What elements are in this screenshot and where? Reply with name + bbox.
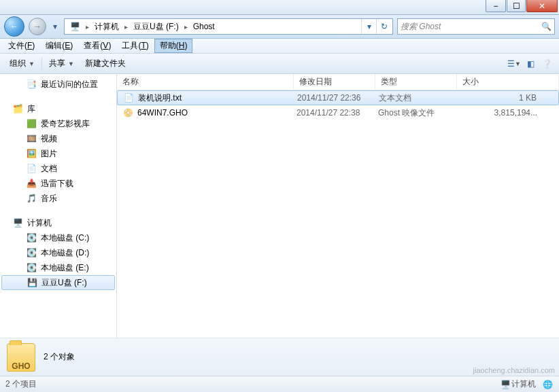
share-button[interactable]: 共享 ▼ [44,55,80,72]
chevron-icon[interactable]: ▸ [84,23,91,31]
close-icon: ✕ [539,1,545,11]
sidebar-drive[interactable]: 💽本地磁盘 (E:) [0,260,116,275]
network-icon: 🌐 [541,379,554,390]
download-icon: 📥 [26,178,37,189]
details-count: 2 个对象 [44,351,75,363]
address-dropdown[interactable]: ▾ [361,19,376,34]
column-headers: 名称 修改日期 类型 大小 [117,74,559,90]
navigation-tree[interactable]: 📑最近访问的位置 🗂️库 🟩爱奇艺影视库 🎞️视频 🖼️图片 📄文档 📥迅雷下载… [0,74,117,338]
search-icon: 🔍 [541,22,552,31]
column-type[interactable]: 类型 [375,74,457,90]
sidebar-library-item[interactable]: 🎵音乐 [0,191,116,206]
address-bar[interactable]: 🖥️ ▸ 计算机 ▸ 豆豆U盘 (F:) ▸ Ghost ▾ ↻ [64,18,393,35]
sidebar-library-item[interactable]: 🖼️图片 [0,146,116,161]
breadcrumb-item[interactable]: 计算机 [91,19,122,34]
computer-icon: 🖥️ [12,217,23,228]
drive-icon: 💽 [26,262,37,273]
forward-button[interactable]: → [29,18,46,35]
menubar: 文件(F) 编辑(E) 查看(V) 工具(T) 帮助(H) [0,39,559,54]
video-icon: 🟩 [26,118,37,129]
maximize-icon: ☐ [513,1,520,11]
search-input[interactable]: 搜索 Ghost 🔍 [397,18,555,35]
column-name[interactable]: 名称 [117,74,294,90]
usb-icon: 💾 [27,277,37,288]
nav-history-dropdown[interactable]: ▾ [50,20,60,33]
computer-icon: 🖥️ [69,21,80,32]
sidebar-libraries[interactable]: 🗂️库 [0,101,116,116]
breadcrumb-item[interactable]: Ghost [190,19,218,34]
file-row[interactable]: 📀64WIN7.GHO 2014/11/27 22:38 Ghost 映像文件 … [117,105,559,120]
drive-icon: 💽 [26,232,37,243]
new-folder-button[interactable]: 新建文件夹 [80,55,131,72]
navbar: ← → ▾ 🖥️ ▸ 计算机 ▸ 豆豆U盘 (F:) ▸ Ghost ▾ ↻ 搜… [0,15,559,39]
status-item-count: 2 个项目 [5,378,37,390]
menu-help[interactable]: 帮助(H) [154,39,193,53]
details-pane: GHO 2 个对象 [0,338,559,376]
close-button[interactable]: ✕ [526,0,558,12]
folder-icon: GHO [7,343,35,372]
refresh-button[interactable]: ↻ [376,19,391,34]
status-bar: 2 个项目 🖥️ 计算机 🌐 [0,376,559,392]
gho-file-icon: 📀 [122,107,133,118]
minimize-button[interactable]: − [486,0,506,12]
maximize-button[interactable]: ☐ [507,0,526,12]
menu-edit[interactable]: 编辑(E) [40,39,78,53]
sidebar-drive-selected[interactable]: 💾豆豆U盘 (F:) [1,275,115,290]
minimize-icon: − [493,1,498,11]
sidebar-recent-places[interactable]: 📑最近访问的位置 [0,77,116,92]
back-button[interactable]: ← [4,16,24,37]
chevron-icon[interactable]: ▸ [122,23,130,31]
search-placeholder: 搜索 Ghost [401,21,441,33]
computer-icon: 🖥️ [499,379,511,390]
text-file-icon: 📄 [123,92,134,103]
drive-icon: 💽 [26,247,37,258]
chevron-down-icon: ▼ [515,60,521,67]
file-list-pane: 名称 修改日期 类型 大小 📄装机说明.txt 2014/11/27 22:36… [117,74,559,338]
sidebar-library-item[interactable]: 📥迅雷下载 [0,176,116,191]
file-list[interactable]: 📄装机说明.txt 2014/11/27 22:36 文本文档 1 KB 📀64… [117,90,559,338]
libraries-icon: 🗂️ [12,103,23,114]
sidebar-drive[interactable]: 💽本地磁盘 (C:) [0,230,116,245]
breadcrumb-computer[interactable]: 🖥️ [66,19,84,34]
sidebar-drive[interactable]: 💽本地磁盘 (D:) [0,245,116,260]
help-button[interactable]: ❔ [539,56,555,71]
chevron-down-icon: ▼ [68,60,74,67]
music-icon: 🎵 [26,193,37,204]
menu-view[interactable]: 查看(V) [78,39,116,53]
menu-file[interactable]: 文件(F) [3,39,40,53]
titlebar: − ☐ ✕ [0,0,559,15]
video-icon: 🎞️ [26,133,37,144]
recent-icon: 📑 [26,79,37,90]
arrow-left-icon: ← [10,22,18,31]
sidebar-computer[interactable]: 🖥️计算机 [0,215,116,230]
menu-tools[interactable]: 工具(T) [116,39,154,53]
status-computer: 计算机 [511,378,536,390]
chevron-down-icon: ▼ [29,60,35,67]
column-date[interactable]: 修改日期 [294,74,375,90]
preview-pane-button[interactable]: ◧ [522,56,539,71]
toolbar: 组织 ▼ 共享 ▼ 新建文件夹 ☰ ▼ ◧ ❔ [0,54,559,74]
separator [41,58,42,70]
column-size[interactable]: 大小 [457,74,559,90]
pictures-icon: 🖼️ [26,148,37,159]
chevron-icon[interactable]: ▸ [182,23,190,31]
sidebar-library-item[interactable]: 🟩爱奇艺影视库 [0,116,116,131]
file-row[interactable]: 📄装机说明.txt 2014/11/27 22:36 文本文档 1 KB [117,90,559,105]
breadcrumb-item[interactable]: 豆豆U盘 (F:) [130,19,182,34]
sidebar-library-item[interactable]: 🎞️视频 [0,131,116,146]
documents-icon: 📄 [26,163,37,174]
view-options-button[interactable]: ☰ ▼ [506,56,522,71]
arrow-right-icon: → [33,22,41,31]
organize-button[interactable]: 组织 ▼ [4,55,40,72]
sidebar-library-item[interactable]: 📄文档 [0,161,116,176]
